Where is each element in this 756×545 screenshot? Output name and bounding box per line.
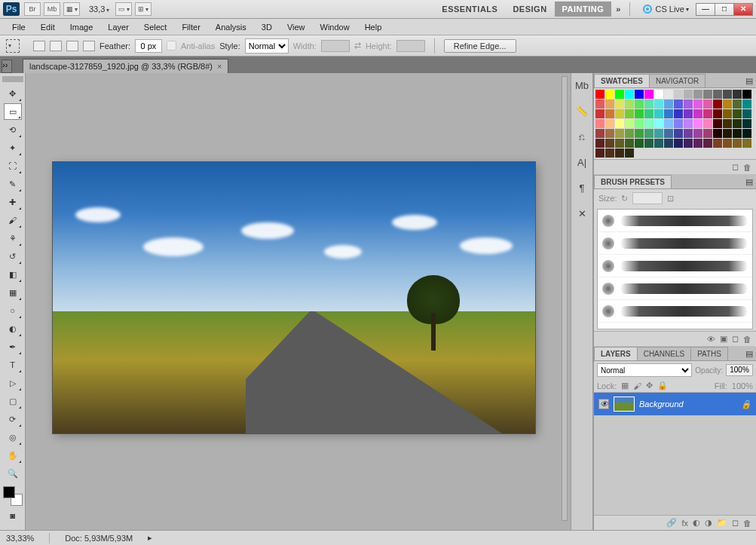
layer-fx-icon[interactable]: fx — [681, 519, 688, 528]
swatch[interactable] — [615, 148, 624, 158]
swatch[interactable] — [595, 139, 604, 148]
swatch[interactable] — [615, 100, 624, 109]
tab-brush-presets[interactable]: BRUSH PRESETS — [594, 175, 672, 188]
adjustment-layer-icon[interactable]: ◑ — [705, 518, 712, 528]
brush-reset-icon[interactable]: ↻ — [621, 194, 628, 204]
swatch[interactable] — [635, 109, 644, 118]
swatch[interactable] — [684, 90, 693, 99]
blur-tool[interactable]: ○ — [4, 302, 22, 319]
cs-live-button[interactable]: CS Live▾ — [642, 4, 689, 14]
swatch[interactable] — [733, 119, 742, 128]
swatch[interactable] — [703, 100, 712, 109]
workspace-more[interactable]: » — [611, 2, 625, 17]
swatch[interactable] — [713, 109, 722, 118]
brush-preset-row[interactable] — [598, 255, 752, 277]
layer-visibility-icon[interactable]: 👁 — [598, 399, 609, 409]
swatch[interactable] — [625, 139, 634, 148]
brush-lib-icon[interactable]: ▣ — [720, 334, 727, 344]
menu-filter[interactable]: Filter — [174, 20, 207, 34]
eraser-tool[interactable]: ◧ — [4, 266, 22, 283]
menu-help[interactable]: Help — [357, 20, 390, 34]
swatch[interactable] — [713, 129, 722, 138]
brush-size-input[interactable] — [632, 192, 663, 204]
style-select[interactable]: Normal — [245, 38, 289, 54]
swatch[interactable] — [723, 129, 732, 138]
workspace-painting[interactable]: PAINTING — [555, 2, 612, 17]
lock-all-icon[interactable]: 🔒 — [657, 381, 668, 390]
swatches-panel-menu[interactable]: ▤ — [742, 75, 756, 87]
lasso-tool[interactable]: ⟲ — [4, 121, 22, 138]
subtract-selection-icon[interactable] — [66, 41, 78, 51]
link-layers-icon[interactable]: 🔗 — [666, 518, 677, 528]
path-select-tool[interactable]: ▷ — [4, 375, 22, 391]
swatch[interactable] — [693, 100, 702, 109]
swatch[interactable] — [605, 90, 614, 99]
swatch[interactable] — [684, 109, 693, 118]
swatch[interactable] — [723, 100, 732, 109]
feather-input[interactable] — [135, 39, 162, 53]
brush-view-icon[interactable]: 👁 — [707, 335, 715, 344]
brush-preset-row[interactable] — [598, 210, 752, 232]
swatch[interactable] — [664, 109, 673, 118]
swatch[interactable] — [674, 119, 683, 128]
swatch[interactable] — [635, 100, 644, 109]
swatch[interactable] — [733, 100, 742, 109]
swatch[interactable] — [674, 129, 683, 138]
extras-button[interactable]: ⊞ — [135, 2, 152, 16]
swatch[interactable] — [723, 109, 732, 118]
swatch[interactable] — [713, 139, 722, 148]
crop-tool[interactable]: ⛶ — [4, 158, 22, 174]
new-swatch-icon[interactable]: ◻ — [732, 162, 739, 172]
swatch[interactable] — [644, 129, 653, 138]
swatch[interactable] — [693, 109, 702, 118]
ruler-panel-icon[interactable]: 📏 — [574, 103, 589, 118]
swatch[interactable] — [605, 129, 614, 138]
swatch-grid[interactable] — [594, 88, 756, 159]
swatch[interactable] — [703, 129, 712, 138]
add-selection-icon[interactable] — [50, 41, 62, 51]
layers-panel-menu[interactable]: ▤ — [742, 348, 756, 360]
swatch[interactable] — [605, 139, 614, 148]
brush-list[interactable] — [597, 209, 753, 329]
stamp-tool[interactable]: ⚘ — [4, 230, 22, 246]
hand-tool[interactable]: ✋ — [4, 447, 22, 464]
settings-panel-icon[interactable]: ✕ — [574, 206, 589, 221]
swatch[interactable] — [674, 90, 683, 99]
swatch[interactable] — [595, 109, 604, 118]
swatch[interactable] — [605, 100, 614, 109]
swatch[interactable] — [615, 129, 624, 138]
tab-swatches[interactable]: SWATCHES — [594, 74, 650, 87]
swatch[interactable] — [595, 90, 604, 99]
swatch[interactable] — [742, 90, 751, 99]
swatch[interactable] — [684, 139, 693, 148]
swatch[interactable] — [693, 119, 702, 128]
intersect-selection-icon[interactable] — [83, 41, 95, 51]
quick-mask-toggle[interactable]: ◙ — [4, 507, 22, 524]
mb-panel-icon[interactable]: Mb — [574, 78, 589, 93]
close-tab-icon[interactable]: × — [217, 62, 222, 71]
swatch[interactable] — [644, 100, 653, 109]
swatch[interactable] — [674, 100, 683, 109]
refine-edge-button[interactable]: Refine Edge... — [444, 39, 516, 53]
swatch[interactable] — [595, 129, 604, 138]
canvas[interactable] — [53, 162, 535, 433]
swatch[interactable] — [742, 139, 751, 148]
menu-layer[interactable]: Layer — [100, 20, 136, 34]
tab-channels[interactable]: CHANNELS — [637, 347, 691, 360]
status-arrow-icon[interactable]: ▸ — [148, 533, 152, 543]
mini-bridge-button[interactable]: Mb — [44, 2, 60, 16]
swatch[interactable] — [674, 139, 683, 148]
swatch[interactable] — [742, 100, 751, 109]
brush-toggle-icon[interactable]: ⊡ — [667, 194, 674, 204]
delete-swatch-icon[interactable]: 🗑 — [743, 163, 751, 172]
swatch[interactable] — [625, 100, 634, 109]
color-swatches[interactable] — [3, 486, 23, 506]
swatch[interactable] — [723, 90, 732, 99]
swatch[interactable] — [615, 139, 624, 148]
maximize-button[interactable]: □ — [715, 3, 734, 16]
swatch[interactable] — [664, 119, 673, 128]
swatch[interactable] — [693, 139, 702, 148]
swatch[interactable] — [605, 109, 614, 118]
swatch[interactable] — [644, 139, 653, 148]
swatch[interactable] — [733, 109, 742, 118]
